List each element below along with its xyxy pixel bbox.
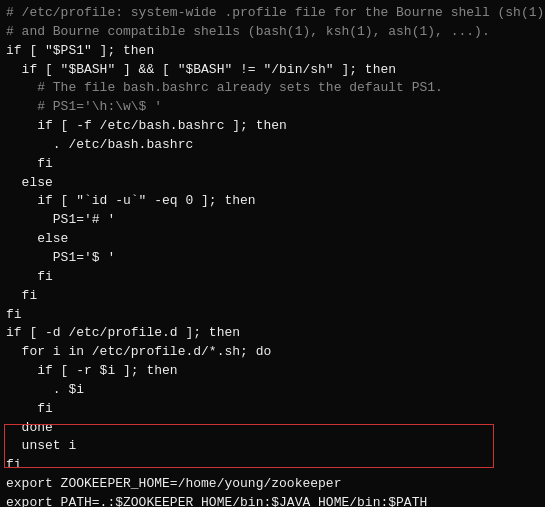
- terminal-line: fi: [6, 155, 539, 174]
- terminal-line: if [ -d /etc/profile.d ]; then: [6, 324, 539, 343]
- terminal-line: # The file bash.bashrc already sets the …: [6, 79, 539, 98]
- terminal-line: fi: [6, 268, 539, 287]
- terminal-line: fi: [6, 400, 539, 419]
- terminal-line: . /etc/bash.bashrc: [6, 136, 539, 155]
- terminal-line: for i in /etc/profile.d/*.sh; do: [6, 343, 539, 362]
- terminal-line: fi: [6, 287, 539, 306]
- terminal-line: # /etc/profile: system-wide .profile fil…: [6, 4, 539, 23]
- terminal-line: # PS1='\h:\w\$ ': [6, 98, 539, 117]
- terminal-line: fi: [6, 306, 539, 325]
- terminal-line: . $i: [6, 381, 539, 400]
- terminal-line: else: [6, 174, 539, 193]
- terminal-line: # and Bourne compatible shells (bash(1),…: [6, 23, 539, 42]
- terminal-line: if [ -f /etc/bash.bashrc ]; then: [6, 117, 539, 136]
- terminal-line: else: [6, 230, 539, 249]
- terminal-line: if [ "`id -u`" -eq 0 ]; then: [6, 192, 539, 211]
- terminal-line: if [ "$BASH" ] && [ "$BASH" != "/bin/sh"…: [6, 61, 539, 80]
- terminal-window: # /etc/profile: system-wide .profile fil…: [0, 0, 545, 507]
- terminal-line: PS1='$ ': [6, 249, 539, 268]
- highlight-border: [4, 424, 494, 468]
- terminal-line: PS1='# ': [6, 211, 539, 230]
- terminal-line: if [ "$PS1" ]; then: [6, 42, 539, 61]
- terminal-line: if [ -r $i ]; then: [6, 362, 539, 381]
- terminal-line: export PATH=.:$ZOOKEEPER_HOME/bin:$JAVA_…: [6, 494, 539, 507]
- terminal-line: export ZOOKEEPER_HOME=/home/young/zookee…: [6, 475, 539, 494]
